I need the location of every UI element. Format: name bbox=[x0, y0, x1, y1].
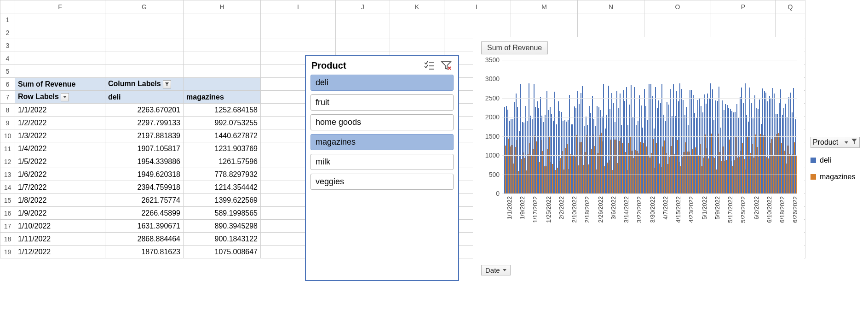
pivot-chart[interactable]: Sum of Revenue 1/1/20221/9/20221/17/2022… bbox=[473, 37, 804, 286]
pivot-row-label[interactable]: 1/9/2022 bbox=[15, 207, 105, 220]
pivot-row-label[interactable]: 1/5/2022 bbox=[15, 155, 105, 168]
pivot-row-label[interactable]: 1/2/2022 bbox=[15, 117, 105, 129]
cell[interactable] bbox=[390, 13, 444, 26]
pivot-value[interactable]: 1870.81623 bbox=[105, 246, 184, 258]
chart-title-chip[interactable]: Sum of Revenue bbox=[481, 41, 548, 54]
legend-entry-magazines[interactable]: magazines bbox=[811, 173, 860, 181]
legend-entry-deli[interactable]: deli bbox=[811, 156, 860, 164]
cell[interactable] bbox=[511, 13, 578, 26]
pivot-value[interactable]: 1631.390671 bbox=[105, 220, 184, 233]
cell[interactable] bbox=[15, 13, 105, 26]
column-labels-filter-button[interactable] bbox=[163, 80, 171, 88]
pivot-value[interactable]: 1252.684158 bbox=[184, 104, 261, 117]
pivot-col-header[interactable]: deli bbox=[105, 91, 184, 104]
row-header[interactable]: 8 bbox=[0, 104, 15, 117]
cell[interactable] bbox=[390, 39, 444, 52]
pivot-value[interactable]: 890.3945298 bbox=[184, 220, 261, 233]
pivot-col-header[interactable]: magazines bbox=[184, 91, 261, 104]
slicer-item-fruit[interactable]: fruit bbox=[310, 94, 454, 111]
pivot-value[interactable]: 1261.57596 bbox=[184, 155, 261, 168]
pivot-row-label[interactable]: 1/3/2022 bbox=[15, 129, 105, 142]
cell[interactable] bbox=[390, 26, 444, 39]
row-header[interactable]: 2 bbox=[0, 26, 15, 39]
pivot-value[interactable]: 1954.339886 bbox=[105, 155, 184, 168]
cell[interactable] bbox=[184, 52, 261, 65]
cell[interactable] bbox=[336, 13, 390, 26]
row-header[interactable]: 5 bbox=[0, 65, 15, 78]
cell[interactable] bbox=[336, 39, 390, 52]
pivot-row-label[interactable]: 1/1/2022 bbox=[15, 104, 105, 117]
pivot-value[interactable]: 1949.620318 bbox=[105, 168, 184, 181]
cell[interactable] bbox=[578, 13, 644, 26]
cell[interactable] bbox=[711, 13, 776, 26]
cell[interactable] bbox=[105, 39, 184, 52]
pivot-corner-label[interactable]: Sum of Revenue bbox=[15, 78, 105, 91]
pivot-row-labels[interactable]: Row Labels bbox=[15, 91, 105, 104]
cell[interactable] bbox=[336, 26, 390, 39]
row-header[interactable]: 9 bbox=[0, 117, 15, 129]
cell[interactable] bbox=[105, 65, 184, 78]
cell[interactable] bbox=[105, 26, 184, 39]
pivot-value[interactable]: 900.1843122 bbox=[184, 233, 261, 246]
cell[interactable] bbox=[15, 65, 105, 78]
cell[interactable] bbox=[261, 13, 336, 26]
row-header[interactable]: 17 bbox=[0, 220, 15, 233]
column-header[interactable]: K bbox=[390, 0, 444, 13]
pivot-row-label[interactable]: 1/7/2022 bbox=[15, 181, 105, 194]
slicer-item-magazines[interactable]: magazines bbox=[310, 134, 454, 150]
slicer-item-deli[interactable]: deli bbox=[310, 75, 454, 91]
row-header[interactable]: 1 bbox=[0, 13, 15, 26]
pivot-row-label[interactable]: 1/11/2022 bbox=[15, 233, 105, 246]
clear-filter-icon[interactable] bbox=[440, 60, 453, 71]
pivot-value[interactable]: 589.1998565 bbox=[184, 207, 261, 220]
cell[interactable] bbox=[184, 78, 261, 91]
row-header[interactable]: 7 bbox=[0, 91, 15, 104]
column-header[interactable]: M bbox=[511, 0, 578, 13]
pivot-value[interactable]: 1214.354442 bbox=[184, 181, 261, 194]
row-header[interactable]: 10 bbox=[0, 129, 15, 142]
cell[interactable] bbox=[261, 39, 336, 52]
pivot-row-label[interactable]: 1/12/2022 bbox=[15, 246, 105, 258]
slicer-product[interactable]: Product delifruithome goodsmagazinesmilk… bbox=[305, 55, 459, 281]
pivot-value[interactable]: 2266.45899 bbox=[105, 207, 184, 220]
pivot-value[interactable]: 2394.759918 bbox=[105, 181, 184, 194]
pivot-column-labels[interactable]: Column Labels bbox=[105, 78, 184, 91]
pivot-value[interactable]: 2263.670201 bbox=[105, 104, 184, 117]
row-header[interactable]: 14 bbox=[0, 181, 15, 194]
column-header[interactable]: F bbox=[15, 0, 105, 13]
column-header[interactable]: G bbox=[105, 0, 184, 13]
pivot-value[interactable]: 778.8297932 bbox=[184, 168, 261, 181]
slicer-item-veggies[interactable]: veggies bbox=[310, 174, 454, 190]
pivot-value[interactable]: 1399.622569 bbox=[184, 194, 261, 207]
row-header[interactable]: 3 bbox=[0, 39, 15, 52]
pivot-value[interactable]: 1907.105817 bbox=[105, 142, 184, 155]
column-header[interactable]: J bbox=[336, 0, 390, 13]
cell[interactable] bbox=[184, 26, 261, 39]
row-header[interactable]: 6 bbox=[0, 78, 15, 91]
pivot-value[interactable]: 2868.884464 bbox=[105, 233, 184, 246]
chart-axis-chip-date[interactable]: Date bbox=[481, 265, 511, 275]
cell[interactable] bbox=[15, 52, 105, 65]
pivot-row-label[interactable]: 1/4/2022 bbox=[15, 142, 105, 155]
cell[interactable] bbox=[444, 13, 511, 26]
row-header[interactable]: 18 bbox=[0, 233, 15, 246]
row-header[interactable]: 15 bbox=[0, 194, 15, 207]
row-header[interactable]: 16 bbox=[0, 207, 15, 220]
row-header[interactable]: 13 bbox=[0, 168, 15, 181]
cell[interactable] bbox=[261, 26, 336, 39]
cell[interactable] bbox=[15, 39, 105, 52]
pivot-value[interactable]: 2297.799133 bbox=[105, 117, 184, 129]
cell[interactable] bbox=[15, 26, 105, 39]
column-header[interactable]: Q bbox=[776, 0, 805, 13]
multi-select-icon[interactable] bbox=[423, 60, 436, 71]
slicer-item-milk[interactable]: milk bbox=[310, 154, 454, 170]
pivot-value[interactable]: 992.0753255 bbox=[184, 117, 261, 129]
pivot-value[interactable]: 1440.627872 bbox=[184, 129, 261, 142]
column-header[interactable]: L bbox=[444, 0, 511, 13]
row-header[interactable]: 12 bbox=[0, 155, 15, 168]
cell[interactable] bbox=[105, 13, 184, 26]
column-header[interactable]: N bbox=[578, 0, 644, 13]
column-header[interactable]: P bbox=[711, 0, 776, 13]
cell[interactable] bbox=[184, 39, 261, 52]
cell[interactable] bbox=[776, 13, 805, 26]
